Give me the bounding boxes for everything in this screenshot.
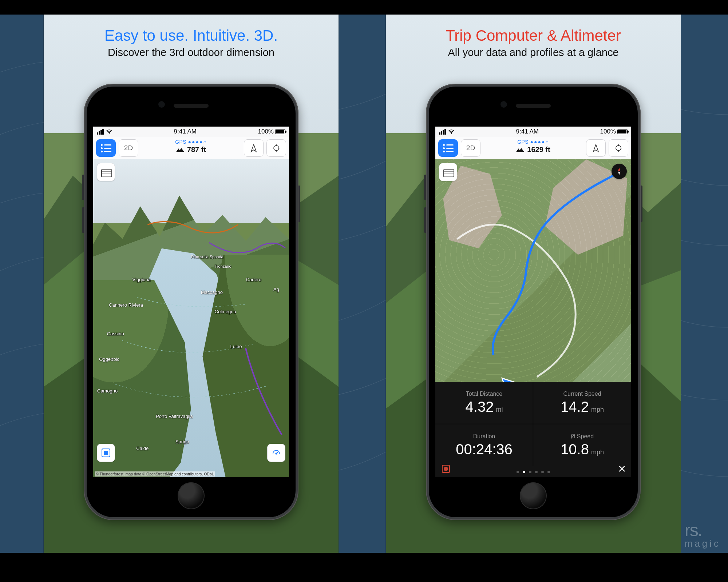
metric-value: 4.32 — [466, 399, 494, 415]
subline: All your data and profiles at a glance — [386, 47, 681, 59]
headline: Easy to use. Intuitive. 3D. — [44, 27, 339, 44]
gauge-icon — [272, 449, 281, 457]
map-label: Maccagno — [201, 290, 223, 295]
list-icon — [101, 144, 111, 152]
status-time: 9:41 AM — [516, 128, 539, 135]
compass-button[interactable] — [612, 164, 627, 179]
svg-marker-5 — [176, 148, 184, 152]
home-button[interactable] — [178, 482, 205, 509]
map-label: Pino sulla Sponda — [191, 255, 223, 259]
status-time: 9:41 AM — [174, 128, 197, 135]
nav-arrow-icon — [249, 144, 258, 152]
metric-label: Current Speed — [563, 391, 601, 397]
locate-button[interactable] — [266, 139, 286, 157]
wifi-icon — [106, 128, 112, 135]
battery-icon — [617, 129, 628, 134]
speaker-icon — [516, 104, 551, 108]
metric-label: Duration — [473, 433, 495, 440]
svg-point-13 — [451, 133, 452, 134]
view-mode-button[interactable]: 2D — [461, 139, 480, 157]
phone-mockup: 9:41 AM 100% 2D GPS ●●●●○ 1629 ft — [426, 84, 641, 520]
metric-unit: mph — [591, 406, 604, 414]
phone-mockup: 9:41 AM 100% 2D GPS ●●●●○ 787 ft — [84, 84, 298, 520]
map-label: Colmegna — [215, 309, 236, 314]
gps-label: GPS — [175, 139, 186, 145]
camera-icon — [500, 101, 507, 108]
metric-value: 14.2 — [561, 399, 589, 415]
screen: 9:41 AM 100% 2D GPS ●●●●○ 1629 ft — [435, 127, 631, 477]
battery-icon — [275, 129, 285, 134]
card-heading: Trip Computer & Altimeter All your data … — [386, 27, 681, 59]
metric-value: 10.8 — [561, 441, 589, 458]
svg-marker-19 — [618, 171, 621, 175]
crosshair-icon — [614, 144, 623, 152]
layers-button[interactable] — [97, 163, 115, 181]
menu-button[interactable] — [438, 139, 458, 157]
map-label: Viggiona — [132, 277, 151, 282]
battery-percent: 100% — [600, 128, 616, 135]
subline: Discover the 3rd outdoor dimension — [44, 47, 339, 59]
stop-record-button[interactable] — [442, 465, 450, 473]
dashboard-button[interactable] — [267, 444, 285, 462]
speaker-icon — [174, 104, 209, 108]
map-attribution: © Thunderforest, map data © OpenStreetMa… — [95, 471, 215, 477]
wifi-icon — [448, 128, 455, 135]
locate-button[interactable] — [609, 139, 628, 157]
menu-button[interactable] — [96, 139, 116, 157]
compass-icon — [614, 167, 624, 176]
altitude-value: 1629 ft — [527, 146, 550, 154]
watermark: rs. magic — [685, 520, 721, 549]
svg-point-16 — [616, 146, 621, 151]
app-navbar: 2D GPS ●●●●○ 1629 ft — [435, 137, 631, 160]
svg-marker-18 — [618, 167, 621, 171]
status-bar: 9:41 AM 100% — [93, 127, 289, 137]
metric-label: Total Distance — [466, 391, 503, 397]
cell-signal-icon — [439, 129, 446, 135]
view-mode-button[interactable]: 2D — [119, 139, 138, 157]
map-view[interactable]: Total Distance 4.32mi Current Speed 14.2… — [435, 159, 631, 477]
svg-marker-14 — [516, 148, 524, 152]
metric-unit: mi — [496, 406, 503, 414]
map-label: Sarigo — [175, 439, 189, 445]
svg-point-7 — [274, 146, 279, 151]
gps-strength-icon: ●●●●○ — [530, 139, 549, 145]
cell-signal-icon — [97, 129, 104, 135]
svg-marker-15 — [593, 144, 598, 152]
map-label: Tronzano — [215, 264, 232, 268]
map-label: Luino — [230, 344, 242, 349]
map-label: Cannero Riviera — [109, 302, 143, 308]
record-icon — [102, 449, 110, 457]
home-button[interactable] — [520, 482, 547, 509]
map-view[interactable]: Viggiona Cannero Riviera Cassino Oggebbi… — [93, 159, 289, 477]
svg-point-4 — [109, 133, 110, 134]
card-heading: Easy to use. Intuitive. 3D. Discover the… — [44, 27, 339, 59]
screen: 9:41 AM 100% 2D GPS ●●●●○ 787 ft — [93, 127, 289, 477]
letterbox-bottom — [0, 553, 728, 582]
screenshot-card-1: Easy to use. Intuitive. 3D. Discover the… — [44, 15, 339, 553]
metric-value: 00:24:36 — [456, 441, 513, 458]
mountain-icon — [516, 148, 524, 152]
map-label: Ag — [273, 287, 279, 292]
map-label: Cassino — [107, 331, 124, 336]
page-indicator[interactable]: ✕ — [435, 466, 631, 477]
metric-unit: mph — [591, 449, 604, 456]
brand-suffix: rs — [685, 521, 698, 540]
nav-arrow-icon — [592, 144, 600, 152]
heading-button[interactable] — [244, 139, 264, 157]
brand-line2: magic — [685, 538, 721, 549]
layers-icon — [101, 168, 111, 176]
stage: rs. magic Easy to use. Intuitive. 3D. Di… — [0, 0, 728, 582]
map-label: Porto Valtravaglia — [156, 414, 193, 419]
record-button[interactable] — [97, 444, 115, 462]
list-icon — [443, 144, 454, 152]
heading-button[interactable] — [586, 139, 606, 157]
status-bar: 9:41 AM 100% — [435, 127, 631, 137]
layers-button[interactable] — [439, 163, 457, 181]
map-label: Camogno — [97, 388, 118, 394]
metric-label: Ø Speed — [571, 433, 594, 440]
brand-dot: . — [698, 521, 702, 540]
app-navbar: 2D GPS ●●●●○ 787 ft — [93, 137, 289, 160]
battery-percent: 100% — [258, 128, 274, 135]
screenshot-card-2: Trip Computer & Altimeter All your data … — [386, 15, 681, 553]
close-button[interactable]: ✕ — [618, 463, 626, 475]
